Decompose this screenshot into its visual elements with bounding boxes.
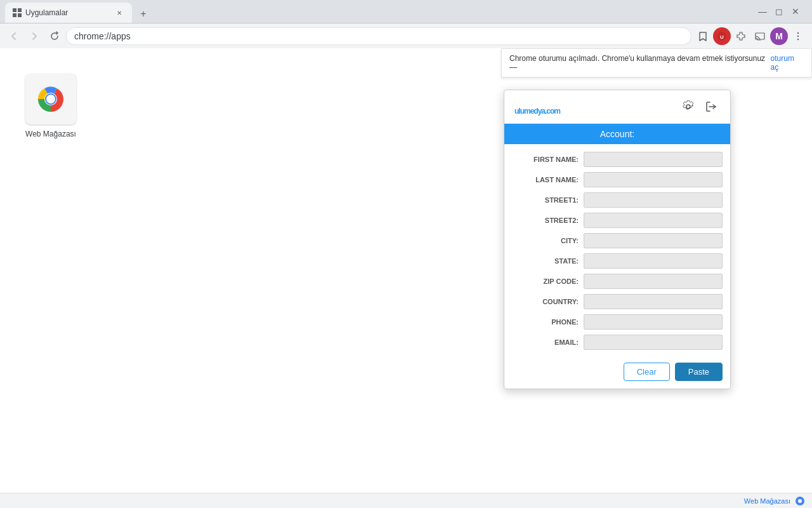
ulumedya-extension-button[interactable]: U	[713, 27, 731, 45]
bookmark-icon	[698, 31, 708, 41]
close-window-button[interactable]: ✕	[789, 5, 802, 18]
refresh-icon	[49, 31, 60, 41]
tab-bar: Uygulamalar ✕ +	[5, 0, 152, 23]
more-icon	[793, 31, 803, 41]
form-row-country: COUNTRY:	[504, 291, 730, 312]
cast-button[interactable]	[751, 27, 769, 45]
browser-frame: Uygulamalar ✕ + — ◻ ✕ chrome://apps	[0, 0, 812, 508]
cast-icon	[755, 31, 765, 41]
svg-point-14	[46, 95, 55, 104]
bottom-bar: Web Mağazası	[0, 493, 812, 508]
logout-button[interactable]	[702, 98, 720, 116]
more-button[interactable]	[789, 27, 807, 45]
puzzle-icon	[736, 31, 746, 41]
address-text: chrome://apps	[74, 31, 683, 41]
maximize-button[interactable]: ◻	[773, 5, 785, 18]
label-street1: STREET1:	[512, 196, 579, 204]
profile-letter: M	[775, 31, 783, 41]
notification-bar: Chrome oturumu açılmadı. Chrome'u kullan…	[501, 48, 812, 77]
account-label: Account:	[600, 129, 634, 139]
bottom-favicon	[796, 497, 804, 505]
paste-button[interactable]: Paste	[675, 363, 723, 381]
nav-bar: chrome://apps U M	[0, 23, 812, 48]
svg-point-16	[798, 499, 802, 503]
label-last_name: LAST NAME:	[512, 176, 579, 184]
page-content: Chrome oturumu açılmadı. Chrome'u kullan…	[0, 48, 812, 508]
back-icon	[9, 31, 19, 41]
nav-icons: U M	[694, 27, 807, 45]
tab-title: Uygulamalar	[25, 8, 68, 17]
profile-button[interactable]: M	[770, 27, 788, 45]
svg-point-9	[797, 38, 799, 39]
input-first_name[interactable]	[584, 152, 723, 167]
window-controls: — ◻ ✕	[756, 5, 802, 18]
extension-popup: ulumedya.com	[504, 90, 731, 389]
svg-rect-2	[13, 13, 16, 17]
input-state[interactable]	[584, 253, 723, 269]
svg-rect-1	[18, 8, 22, 12]
popup-header-icons	[679, 98, 720, 116]
form-row-street1: STREET1:	[504, 190, 730, 210]
extensions-button[interactable]	[732, 27, 750, 45]
svg-text:U: U	[720, 34, 724, 40]
input-zip_code[interactable]	[584, 274, 723, 289]
ulumedya-icon: U	[717, 31, 727, 41]
input-last_name[interactable]	[584, 172, 723, 187]
label-city: CITY:	[512, 237, 579, 244]
title-bar: Uygulamalar ✕ + — ◻ ✕	[0, 0, 812, 23]
web-store-icon	[25, 74, 76, 124]
form-row-phone: PHONE:	[504, 312, 730, 332]
label-email: EMAIL:	[512, 338, 579, 346]
clear-button[interactable]: Clear	[624, 363, 670, 381]
label-zip_code: ZIP CODE:	[512, 277, 579, 285]
minimize-button[interactable]: —	[756, 5, 769, 18]
input-country[interactable]	[584, 294, 723, 309]
label-country: COUNTRY:	[512, 298, 579, 305]
input-street1[interactable]	[584, 192, 723, 208]
form-row-state: STATE:	[504, 251, 730, 271]
notification-text: Chrome oturumu açılmadı. Chrome'u kullan…	[509, 54, 768, 72]
web-store-app[interactable]: Web Mağazası	[25, 74, 76, 138]
notification-link[interactable]: oturum aç	[771, 54, 804, 72]
logout-icon	[705, 100, 717, 113]
popup-logo-sub: .com	[545, 107, 560, 116]
svg-point-7	[797, 32, 799, 33]
forward-icon	[29, 31, 39, 41]
form-actions: Clear Paste	[504, 358, 730, 389]
label-street2: STREET2:	[512, 217, 579, 224]
form-row-street2: STREET2:	[504, 210, 730, 231]
refresh-button[interactable]	[46, 27, 63, 45]
form-row-email: EMAIL:	[504, 332, 730, 352]
svg-rect-0	[13, 8, 16, 12]
web-store-label: Web Mağazası	[25, 130, 76, 138]
address-bar[interactable]: chrome://apps	[66, 27, 691, 45]
label-phone: PHONE:	[512, 318, 579, 326]
svg-point-8	[797, 35, 799, 36]
label-first_name: FIRST NAME:	[512, 156, 579, 163]
popup-header: ulumedya.com	[504, 90, 730, 124]
form-row-last_name: LAST NAME:	[504, 170, 730, 190]
input-email[interactable]	[584, 335, 723, 350]
active-tab[interactable]: Uygulamalar ✕	[5, 3, 132, 23]
back-button[interactable]	[5, 27, 23, 45]
input-city[interactable]	[584, 233, 723, 248]
svg-rect-3	[18, 13, 22, 17]
chrome-logo-svg	[33, 81, 69, 117]
settings-button[interactable]	[679, 98, 697, 116]
form-row-zip_code: ZIP CODE:	[504, 271, 730, 291]
close-tab-button[interactable]: ✕	[114, 8, 124, 18]
form-section: FIRST NAME:LAST NAME:STREET1:STREET2:CIT…	[504, 144, 730, 358]
bottom-link[interactable]: Web Mağazası	[744, 497, 790, 505]
input-phone[interactable]	[584, 314, 723, 330]
bookmark-button[interactable]	[694, 27, 712, 45]
form-row-first_name: FIRST NAME:	[504, 149, 730, 170]
gear-icon	[682, 100, 695, 113]
popup-logo-text: ulumedya	[514, 107, 545, 116]
input-street2[interactable]	[584, 213, 723, 228]
tab-favicon	[13, 8, 22, 17]
label-state: STATE:	[512, 257, 579, 265]
new-tab-button[interactable]: +	[134, 5, 152, 23]
forward-button[interactable]	[25, 27, 43, 45]
account-bar: Account:	[504, 124, 730, 144]
popup-logo: ulumedya.com	[514, 98, 560, 116]
